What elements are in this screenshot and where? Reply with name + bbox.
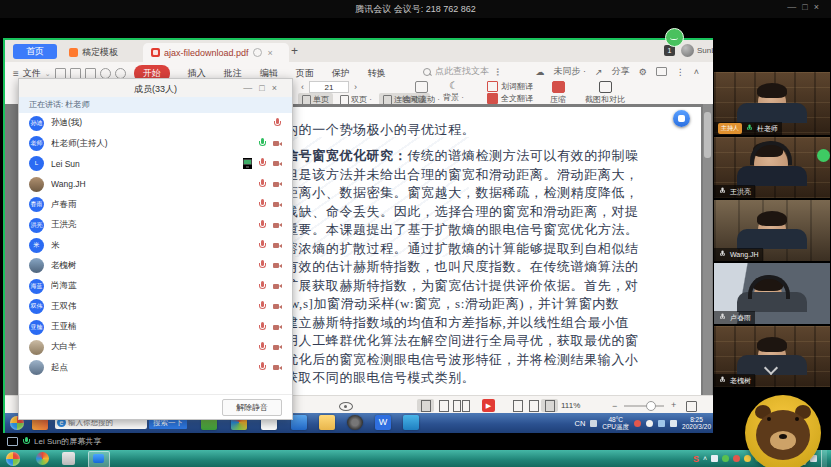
new-tab-button[interactable]: + — [291, 44, 298, 58]
minimize-icon[interactable]: — — [787, 2, 802, 12]
autoscroll-button[interactable]: 自动滚动 · — [403, 80, 440, 105]
member-status-icons — [252, 301, 282, 312]
tab-close-icon[interactable]: × — [268, 48, 273, 58]
member-avatar: 海蓝 — [29, 279, 44, 294]
member-row[interactable]: 海蓝尚海蓝 — [19, 276, 292, 296]
menu-item[interactable]: 页面 — [296, 67, 314, 80]
network-icon[interactable] — [658, 420, 665, 427]
member-row[interactable]: 米米 — [19, 235, 292, 255]
member-row[interactable]: 孙迪孙迪(我) — [19, 113, 292, 133]
sync-status[interactable]: 未同步 · — [554, 65, 587, 78]
tray-expand-icon[interactable]: ˄ — [703, 455, 707, 462]
prev-page-icon[interactable]: ‹ — [301, 82, 304, 92]
unmute-button[interactable]: 解除静音 — [222, 399, 282, 416]
video-label: 卢春雨 — [714, 311, 755, 324]
zoom-slider-knob[interactable] — [646, 401, 656, 411]
compress-button[interactable]: 压缩 — [550, 80, 566, 105]
mic-icon — [22, 437, 30, 447]
start-button[interactable] — [6, 452, 20, 466]
pdf-scrollbar[interactable] — [703, 104, 712, 395]
tray-icon[interactable] — [634, 420, 641, 427]
gear-icon[interactable]: ⚙ — [639, 67, 647, 77]
volume-icon[interactable] — [711, 455, 718, 462]
maximize-icon[interactable]: □ — [259, 83, 271, 93]
member-row[interactable]: 双伟王双伟 — [19, 297, 292, 317]
presentation-play-icon[interactable]: ▶ — [482, 399, 495, 412]
member-row[interactable]: Wang.JH — [19, 174, 292, 194]
collapse-toolbar-icon[interactable]: ˄ — [694, 67, 699, 77]
member-row[interactable]: 老槐树 — [19, 256, 292, 276]
tab-gaoding[interactable]: 稿定模板 — [61, 43, 126, 62]
fullscreen-icon[interactable] — [686, 401, 697, 412]
member-row[interactable]: 起点 — [19, 358, 292, 378]
menu-item[interactable]: 保护 — [332, 67, 350, 80]
pin-icon[interactable] — [253, 48, 262, 57]
volume-icon[interactable] — [670, 420, 677, 427]
user-avatar[interactable] — [681, 44, 694, 57]
member-row[interactable]: 洪亮王洪亮 — [19, 215, 292, 235]
video-tile[interactable]: 老槐树 — [714, 326, 830, 387]
maximize-icon[interactable]: □ — [802, 2, 813, 12]
meeting-floating-ball[interactable] — [673, 110, 690, 127]
rotate-icon[interactable] — [509, 399, 526, 412]
tray-icon[interactable] — [590, 420, 597, 427]
video-tile[interactable]: 王洪亮 — [714, 137, 830, 198]
folder-icon[interactable] — [319, 415, 335, 430]
more-vert-icon[interactable]: ⋮ — [676, 67, 685, 77]
zoom-in-icon[interactable]: + — [671, 400, 676, 410]
next-page-icon[interactable]: › — [354, 82, 357, 92]
panel-titlebar[interactable]: 成员(33人) —□× — [19, 79, 292, 98]
zoom-slider-track[interactable] — [624, 405, 664, 407]
member-row[interactable]: 春雨卢春雨 — [19, 195, 292, 215]
share-button[interactable]: 分享 — [612, 65, 630, 78]
more-icon[interactable]: ⋮ — [493, 67, 502, 77]
background-button[interactable]: ☾ 背景 · — [443, 80, 464, 103]
pdf-page: 内的一个势场极小的寻优过程。信号窗宽优化研究：传统的谱熵检测方法可以有效的抑制噪… — [239, 107, 701, 395]
taskbar-app-icon[interactable] — [403, 415, 419, 430]
close-icon[interactable]: × — [814, 2, 825, 12]
show-desktop-button[interactable] — [821, 450, 827, 467]
word-translate-button[interactable]: 划词翻译 — [487, 80, 533, 92]
shared-clock[interactable]: 8:252020/3/20 — [682, 416, 711, 430]
meeting-app-button[interactable] — [88, 451, 110, 467]
menu-item[interactable]: 转换 — [368, 67, 386, 80]
tab-home[interactable]: 首页 — [13, 44, 57, 59]
layout-single-icon[interactable] — [435, 399, 452, 412]
member-row[interactable]: 大白羊 — [19, 337, 292, 357]
tray-icon[interactable] — [733, 455, 740, 462]
member-row[interactable]: LLei Sun — [19, 154, 292, 174]
member-row[interactable]: 亚楠王亚楠 — [19, 317, 292, 337]
screenshot-button[interactable]: 截图和对比 — [585, 80, 625, 105]
zoom-out-icon[interactable]: − — [612, 401, 617, 411]
taskbar-app-icon[interactable] — [62, 452, 75, 465]
page-number-input[interactable] — [309, 81, 349, 93]
tray-s-icon[interactable]: S — [693, 454, 699, 464]
language-indicator[interactable]: CN — [575, 419, 586, 428]
fit-width-icon[interactable] — [525, 399, 542, 412]
member-row[interactable]: 老师杜老师(主持人) — [19, 133, 292, 153]
minimize-icon[interactable]: — — [243, 83, 259, 93]
taskbar-app-icon[interactable] — [347, 415, 363, 430]
scrollbar-thumb[interactable] — [704, 112, 711, 158]
tray-icon[interactable] — [646, 420, 653, 427]
tray-icon[interactable] — [722, 455, 729, 462]
tray-icon[interactable] — [744, 455, 751, 462]
tab-label: ajax-filedownload.pdf — [164, 48, 249, 58]
layout-continuous-icon[interactable] — [417, 399, 434, 412]
close-icon[interactable]: × — [272, 83, 284, 93]
pdf-text-line: 距离小、数据密集。窗宽越大，数据稀疏，检测精度降低， — [285, 184, 639, 202]
find-text[interactable]: 点此查找文本 ⋮ — [423, 65, 502, 78]
taskbar-app-icon[interactable] — [36, 452, 49, 465]
layout-double-icon[interactable] — [453, 399, 470, 412]
full-translate-button[interactable]: 全文翻译 — [487, 92, 533, 104]
video-tile[interactable]: 卢春雨 — [714, 263, 830, 324]
eye-protect-icon[interactable] — [339, 402, 353, 411]
video-tile[interactable]: Wang.JH — [714, 200, 830, 261]
fit-page-icon[interactable] — [541, 399, 558, 412]
comment-icon[interactable] — [656, 67, 667, 76]
video-tile[interactable]: 主持人杜老师 — [714, 72, 830, 135]
notification-ball[interactable] — [817, 149, 830, 162]
tab-pdf-active[interactable]: ajax-filedownload.pdf × — [143, 43, 289, 62]
wps-icon[interactable]: W — [375, 415, 391, 430]
taskbar-app-icon[interactable] — [291, 415, 307, 430]
